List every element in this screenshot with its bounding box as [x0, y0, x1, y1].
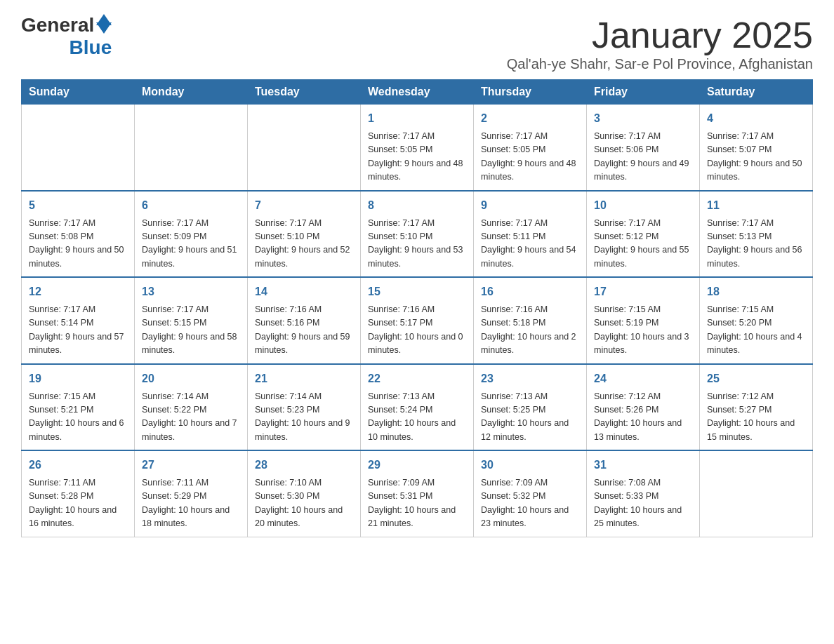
day-info: Sunrise: 7:17 AM Sunset: 5:12 PM Dayligh…	[594, 217, 692, 271]
day-number: 21	[255, 370, 353, 387]
calendar-cell: 25Sunrise: 7:12 AM Sunset: 5:27 PM Dayli…	[700, 364, 813, 451]
calendar-row-2: 12Sunrise: 7:17 AM Sunset: 5:14 PM Dayli…	[22, 277, 813, 364]
day-info: Sunrise: 7:14 AM Sunset: 5:22 PM Dayligh…	[142, 390, 240, 445]
calendar-row-4: 26Sunrise: 7:11 AM Sunset: 5:28 PM Dayli…	[22, 450, 813, 537]
day-number: 18	[707, 283, 805, 300]
day-info: Sunrise: 7:17 AM Sunset: 5:08 PM Dayligh…	[29, 217, 127, 271]
calendar-cell: 16Sunrise: 7:16 AM Sunset: 5:18 PM Dayli…	[474, 277, 587, 364]
day-info: Sunrise: 7:13 AM Sunset: 5:25 PM Dayligh…	[481, 390, 579, 445]
day-number: 8	[368, 197, 466, 214]
day-number: 23	[481, 370, 579, 387]
calendar-cell: 8Sunrise: 7:17 AM Sunset: 5:10 PM Daylig…	[361, 191, 474, 278]
calendar-cell	[135, 105, 248, 191]
day-info: Sunrise: 7:17 AM Sunset: 5:05 PM Dayligh…	[368, 130, 466, 185]
calendar-cell: 31Sunrise: 7:08 AM Sunset: 5:33 PM Dayli…	[587, 450, 700, 537]
day-number: 10	[594, 197, 692, 214]
calendar-cell: 29Sunrise: 7:09 AM Sunset: 5:31 PM Dayli…	[361, 450, 474, 537]
day-info: Sunrise: 7:17 AM Sunset: 5:14 PM Dayligh…	[29, 303, 127, 358]
calendar-cell: 6Sunrise: 7:17 AM Sunset: 5:09 PM Daylig…	[135, 191, 248, 278]
day-number: 9	[481, 197, 579, 214]
calendar-cell: 19Sunrise: 7:15 AM Sunset: 5:21 PM Dayli…	[22, 364, 135, 451]
calendar-header-row: SundayMondayTuesdayWednesdayThursdayFrid…	[22, 80, 813, 105]
day-number: 7	[255, 197, 353, 214]
weekday-header-wednesday: Wednesday	[361, 80, 474, 105]
location-title: Qal'ah-ye Shahr, Sar-e Pol Province, Afg…	[507, 56, 813, 72]
calendar-cell: 12Sunrise: 7:17 AM Sunset: 5:14 PM Dayli…	[22, 277, 135, 364]
calendar-cell: 23Sunrise: 7:13 AM Sunset: 5:25 PM Dayli…	[474, 364, 587, 451]
calendar-cell: 5Sunrise: 7:17 AM Sunset: 5:08 PM Daylig…	[22, 191, 135, 278]
day-number: 6	[142, 197, 240, 214]
day-info: Sunrise: 7:17 AM Sunset: 5:06 PM Dayligh…	[594, 130, 692, 185]
day-info: Sunrise: 7:10 AM Sunset: 5:30 PM Dayligh…	[255, 476, 353, 531]
day-info: Sunrise: 7:14 AM Sunset: 5:23 PM Dayligh…	[255, 390, 353, 445]
day-number: 30	[481, 457, 579, 474]
day-info: Sunrise: 7:17 AM Sunset: 5:09 PM Dayligh…	[142, 217, 240, 271]
logo: General Blue	[21, 14, 113, 59]
calendar-cell: 22Sunrise: 7:13 AM Sunset: 5:24 PM Dayli…	[361, 364, 474, 451]
calendar-cell: 26Sunrise: 7:11 AM Sunset: 5:28 PM Dayli…	[22, 450, 135, 537]
day-info: Sunrise: 7:12 AM Sunset: 5:26 PM Dayligh…	[594, 390, 692, 445]
logo-general-text: General	[21, 14, 94, 36]
calendar-cell: 21Sunrise: 7:14 AM Sunset: 5:23 PM Dayli…	[248, 364, 361, 451]
page-header: General Blue January 2025 Qal'ah-ye Shah…	[21, 14, 813, 72]
calendar-cell: 1Sunrise: 7:17 AM Sunset: 5:05 PM Daylig…	[361, 105, 474, 191]
day-number: 31	[594, 457, 692, 474]
day-number: 20	[142, 370, 240, 387]
calendar-cell: 9Sunrise: 7:17 AM Sunset: 5:11 PM Daylig…	[474, 191, 587, 278]
day-number: 25	[707, 370, 805, 387]
weekday-header-sunday: Sunday	[22, 80, 135, 105]
calendar-cell: 3Sunrise: 7:17 AM Sunset: 5:06 PM Daylig…	[587, 105, 700, 191]
day-info: Sunrise: 7:16 AM Sunset: 5:18 PM Dayligh…	[481, 303, 579, 358]
day-info: Sunrise: 7:17 AM Sunset: 5:13 PM Dayligh…	[707, 217, 805, 271]
day-number: 19	[29, 370, 127, 387]
weekday-header-saturday: Saturday	[700, 80, 813, 105]
calendar-cell: 15Sunrise: 7:16 AM Sunset: 5:17 PM Dayli…	[361, 277, 474, 364]
day-info: Sunrise: 7:12 AM Sunset: 5:27 PM Dayligh…	[707, 390, 805, 445]
calendar-cell: 18Sunrise: 7:15 AM Sunset: 5:20 PM Dayli…	[700, 277, 813, 364]
calendar-row-1: 5Sunrise: 7:17 AM Sunset: 5:08 PM Daylig…	[22, 191, 813, 278]
day-number: 14	[255, 283, 353, 300]
weekday-header-friday: Friday	[587, 80, 700, 105]
day-info: Sunrise: 7:17 AM Sunset: 5:15 PM Dayligh…	[142, 303, 240, 358]
calendar-table: SundayMondayTuesdayWednesdayThursdayFrid…	[21, 79, 813, 537]
day-info: Sunrise: 7:17 AM Sunset: 5:07 PM Dayligh…	[707, 130, 805, 185]
day-info: Sunrise: 7:17 AM Sunset: 5:10 PM Dayligh…	[368, 217, 466, 271]
calendar-cell: 7Sunrise: 7:17 AM Sunset: 5:10 PM Daylig…	[248, 191, 361, 278]
calendar-row-0: 1Sunrise: 7:17 AM Sunset: 5:05 PM Daylig…	[22, 105, 813, 191]
day-number: 15	[368, 283, 466, 300]
day-info: Sunrise: 7:13 AM Sunset: 5:24 PM Dayligh…	[368, 390, 466, 445]
day-info: Sunrise: 7:16 AM Sunset: 5:16 PM Dayligh…	[255, 303, 353, 358]
calendar-cell: 28Sunrise: 7:10 AM Sunset: 5:30 PM Dayli…	[248, 450, 361, 537]
day-info: Sunrise: 7:15 AM Sunset: 5:19 PM Dayligh…	[594, 303, 692, 358]
weekday-header-tuesday: Tuesday	[248, 80, 361, 105]
day-info: Sunrise: 7:15 AM Sunset: 5:21 PM Dayligh…	[29, 390, 127, 445]
day-info: Sunrise: 7:11 AM Sunset: 5:29 PM Dayligh…	[142, 476, 240, 531]
calendar-cell	[248, 105, 361, 191]
month-title: January 2025	[507, 14, 813, 56]
calendar-cell: 11Sunrise: 7:17 AM Sunset: 5:13 PM Dayli…	[700, 191, 813, 278]
calendar-cell: 24Sunrise: 7:12 AM Sunset: 5:26 PM Dayli…	[587, 364, 700, 451]
calendar-cell: 10Sunrise: 7:17 AM Sunset: 5:12 PM Dayli…	[587, 191, 700, 278]
day-number: 27	[142, 457, 240, 474]
weekday-header-thursday: Thursday	[474, 80, 587, 105]
calendar-cell: 2Sunrise: 7:17 AM Sunset: 5:05 PM Daylig…	[474, 105, 587, 191]
day-info: Sunrise: 7:11 AM Sunset: 5:28 PM Dayligh…	[29, 476, 127, 531]
day-info: Sunrise: 7:08 AM Sunset: 5:33 PM Dayligh…	[594, 476, 692, 531]
day-number: 17	[594, 283, 692, 300]
day-number: 24	[594, 370, 692, 387]
day-number: 28	[255, 457, 353, 474]
calendar-cell	[22, 105, 135, 191]
day-number: 4	[707, 110, 805, 127]
calendar-cell: 20Sunrise: 7:14 AM Sunset: 5:22 PM Dayli…	[135, 364, 248, 451]
day-info: Sunrise: 7:17 AM Sunset: 5:05 PM Dayligh…	[481, 130, 579, 185]
weekday-header-monday: Monday	[135, 80, 248, 105]
day-number: 2	[481, 110, 579, 127]
day-info: Sunrise: 7:09 AM Sunset: 5:32 PM Dayligh…	[481, 476, 579, 531]
title-block: January 2025 Qal'ah-ye Shahr, Sar-e Pol …	[507, 14, 813, 72]
day-info: Sunrise: 7:16 AM Sunset: 5:17 PM Dayligh…	[368, 303, 466, 358]
logo-icon: General Blue	[21, 14, 112, 59]
calendar-cell: 17Sunrise: 7:15 AM Sunset: 5:19 PM Dayli…	[587, 277, 700, 364]
calendar-cell: 27Sunrise: 7:11 AM Sunset: 5:29 PM Dayli…	[135, 450, 248, 537]
calendar-cell	[700, 450, 813, 537]
calendar-cell: 13Sunrise: 7:17 AM Sunset: 5:15 PM Dayli…	[135, 277, 248, 364]
